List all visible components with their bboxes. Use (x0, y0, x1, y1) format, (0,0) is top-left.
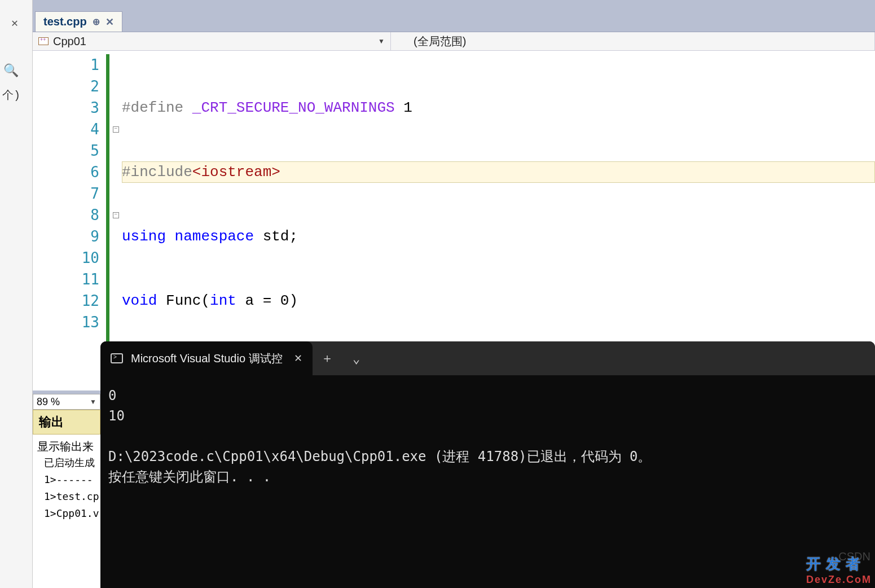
code-line: void Func(int a = 0) (122, 290, 875, 311)
watermark-devze: 开 发 者 DevZe.CoM (806, 554, 872, 586)
terminal-line: 10 (108, 408, 125, 424)
terminal-line: D:\2023code.c\Cpp01\x64\Debug\Cpp01.exe … (108, 449, 651, 464)
scope-dropdown[interactable]: (全局范围) (391, 32, 875, 50)
terminal-line: 按任意键关闭此窗口. . . (108, 469, 271, 485)
pin-icon[interactable]: ⊕ (93, 16, 100, 27)
close-icon[interactable]: ✕ (11, 16, 18, 30)
fold-column: − − (109, 51, 122, 390)
tab-close-icon[interactable]: ✕ (105, 16, 114, 28)
project-name: Cpp01 (53, 35, 86, 48)
output-line: 已启动生成 (44, 454, 100, 471)
output-panel: 输出 显示输出来 已启动生成 1>------ 1>test.cp 1>Cpp0… (33, 410, 100, 588)
code-line: using namespace std; (122, 226, 875, 247)
zoom-selector[interactable]: 89 % ▼ (33, 394, 100, 410)
fold-toggle-icon[interactable]: − (113, 212, 119, 218)
terminal-output[interactable]: 0 10 D:\2023code.c\Cpp01\x64\Debug\Cpp01… (100, 375, 875, 497)
new-tab-button[interactable]: ＋ (313, 341, 342, 375)
fold-toggle-icon[interactable]: − (113, 126, 119, 133)
line-number: 8 (33, 204, 99, 226)
terminal-line: 0 (108, 388, 116, 403)
line-number: 3 (33, 97, 99, 119)
code-area[interactable]: #define _CRT_SECURE_NO_WARNINGS 1 #inclu… (122, 51, 875, 390)
file-tab[interactable]: test.cpp ⊕ ✕ (35, 11, 122, 32)
terminal-tab[interactable]: Microsoft Visual Studio 调试控 ✕ (100, 341, 313, 375)
code-line: #define _CRT_SECURE_NO_WARNINGS 1 (122, 97, 875, 119)
code-line: #include<iostream> (122, 161, 875, 183)
output-panel-title[interactable]: 输出 (33, 410, 100, 435)
output-log: 已启动生成 1>------ 1>test.cp 1>Cpp01.v (33, 454, 100, 522)
line-number: 10 (33, 247, 99, 269)
line-number: 9 (33, 226, 99, 247)
navigation-dropdown-bar: Cpp01 ▼ (全局范围) (33, 32, 875, 51)
debug-console-window: Microsoft Visual Studio 调试控 ✕ ＋ ⌄ 0 10 D… (100, 341, 875, 588)
cpp-project-icon (38, 37, 49, 45)
chevron-down-icon: ▼ (90, 398, 96, 406)
search-icon[interactable]: 🔍 (3, 63, 19, 78)
dropdown-button[interactable]: ⌄ (342, 341, 371, 375)
project-dropdown[interactable]: Cpp01 ▼ (33, 32, 391, 50)
line-number: 12 (33, 290, 99, 311)
line-number: 13 (33, 311, 99, 333)
zoom-value: 89 % (37, 396, 60, 408)
scope-label: (全局范围) (414, 34, 466, 49)
left-sidebar: ✕ 🔍 个) (0, 0, 33, 588)
document-tab-bar: test.cpp ⊕ ✕ (33, 10, 875, 32)
output-source-label: 显示输出来 (33, 435, 100, 454)
output-line: 1>Cpp01.v (44, 505, 100, 522)
left-count-label: 个) (2, 87, 20, 103)
line-number: 2 (33, 76, 99, 97)
terminal-tab-title: Microsoft Visual Studio 调试控 (131, 351, 283, 366)
terminal-icon (111, 353, 123, 363)
tab-filename: test.cpp (43, 15, 87, 28)
chevron-down-icon: ▼ (378, 37, 385, 45)
output-line: 1>------ (44, 471, 100, 488)
output-line: 1>test.cp (44, 488, 100, 505)
line-number: 5 (33, 140, 99, 161)
line-number: 4 (33, 119, 99, 140)
terminal-titlebar[interactable]: Microsoft Visual Studio 调试控 ✕ ＋ ⌄ (100, 341, 875, 375)
line-number-gutter: 1 2 3 4 5 6 7 8 9 10 11 12 13 (33, 51, 106, 390)
code-editor[interactable]: 1 2 3 4 5 6 7 8 9 10 11 12 13 − − #defin… (33, 51, 875, 390)
line-number: 1 (33, 54, 99, 76)
tab-close-icon[interactable]: ✕ (294, 352, 302, 365)
line-number: 6 (33, 161, 99, 183)
line-number: 7 (33, 183, 99, 204)
line-number: 11 (33, 269, 99, 290)
